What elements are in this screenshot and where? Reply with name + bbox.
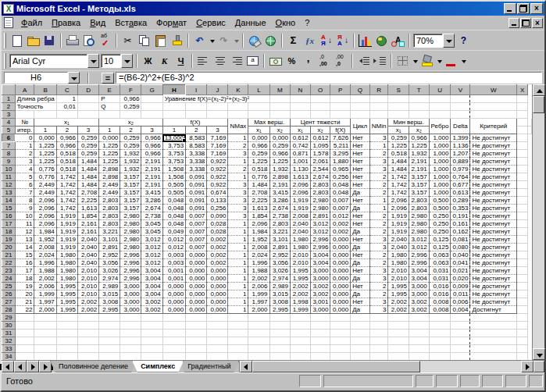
- cell[interactable]: 0,001: [162, 275, 185, 283]
- cell[interactable]: 0,007: [186, 220, 207, 228]
- cell[interactable]: [369, 95, 388, 103]
- cell[interactable]: 3,004: [409, 267, 429, 275]
- cell[interactable]: [248, 330, 269, 337]
- cell[interactable]: Не достигнут: [470, 205, 517, 212]
- cell[interactable]: 2,996: [409, 251, 429, 259]
- cell[interactable]: 2,002: [34, 275, 56, 283]
- row-header-24[interactable]: 24: [2, 275, 16, 283]
- cell[interactable]: Нет: [351, 298, 370, 306]
- cell[interactable]: 2,803: [310, 181, 330, 189]
- cell[interactable]: 2,006: [248, 283, 269, 290]
- cell[interactable]: 1,000: [429, 166, 451, 173]
- column-header-L[interactable]: L: [248, 85, 269, 95]
- cell[interactable]: 0,000: [330, 259, 351, 267]
- cell[interactable]: 3: [369, 298, 388, 306]
- cell[interactable]: [429, 345, 451, 353]
- cell[interactable]: 0,125: [429, 244, 451, 251]
- align-right-button[interactable]: [228, 53, 244, 69]
- cell[interactable]: Не достигнут: [470, 212, 517, 220]
- cell[interactable]: 0,000: [207, 283, 228, 290]
- cell[interactable]: 2: [369, 251, 388, 259]
- row-header-12[interactable]: 12: [2, 181, 16, 189]
- cell[interactable]: [99, 322, 120, 330]
- cell[interactable]: 1,995: [388, 290, 409, 298]
- cell[interactable]: 8,583: [186, 134, 207, 142]
- cell[interactable]: 1,995: [56, 298, 77, 306]
- column-header-O[interactable]: O: [310, 85, 330, 95]
- cell[interactable]: 1,000: [429, 173, 451, 181]
- header-cell[interactable]: NMin: [369, 119, 388, 134]
- cell[interactable]: [517, 275, 528, 283]
- cell[interactable]: 0,041: [451, 259, 470, 267]
- cell[interactable]: 2,989: [99, 283, 120, 290]
- cell[interactable]: 8,583: [186, 142, 207, 150]
- column-header-W[interactable]: W: [470, 85, 517, 95]
- cell[interactable]: 3: [369, 158, 388, 166]
- cell[interactable]: [141, 111, 162, 119]
- row-header-32[interactable]: 32: [2, 337, 16, 345]
- row-header-26[interactable]: 26: [2, 290, 16, 298]
- cell[interactable]: 3,000: [310, 275, 330, 283]
- cell[interactable]: [34, 314, 56, 322]
- cell[interactable]: 15: [15, 251, 34, 259]
- workbook-icon[interactable]: [4, 17, 13, 28]
- cell[interactable]: 3,012: [141, 251, 162, 259]
- cell[interactable]: 2,010: [290, 251, 310, 259]
- row-header-6[interactable]: 6: [2, 134, 16, 142]
- cell[interactable]: [517, 127, 528, 134]
- cell[interactable]: [120, 330, 141, 337]
- cell[interactable]: 1,995: [56, 290, 77, 298]
- cell[interactable]: 3: [369, 306, 388, 314]
- cell[interactable]: 1,742: [388, 173, 409, 181]
- cell[interactable]: 5: [15, 173, 34, 181]
- header-cell[interactable]: Цикл: [351, 119, 370, 134]
- cell[interactable]: 0,259: [77, 142, 98, 150]
- cell[interactable]: [207, 345, 228, 353]
- column-header-A[interactable]: A: [15, 85, 34, 95]
- cell[interactable]: [388, 353, 409, 361]
- cell[interactable]: 1,000: [429, 150, 451, 158]
- cell[interactable]: [141, 103, 162, 111]
- cell[interactable]: [330, 314, 351, 322]
- cell[interactable]: 2,040: [388, 244, 409, 251]
- cell[interactable]: 1,932: [120, 150, 141, 158]
- cell[interactable]: 0,256: [330, 173, 351, 181]
- cell[interactable]: 1,225: [388, 142, 409, 150]
- cell[interactable]: 3,012: [409, 244, 429, 251]
- cell[interactable]: [517, 306, 528, 314]
- cell[interactable]: [351, 95, 370, 103]
- cell[interactable]: 2,225: [77, 197, 98, 205]
- cell[interactable]: 2,803: [310, 189, 330, 197]
- cell[interactable]: 1,225: [34, 142, 56, 150]
- cell[interactable]: 3: [369, 166, 388, 173]
- cell[interactable]: 1,988: [34, 267, 56, 275]
- cell[interactable]: [162, 111, 185, 119]
- spelling-button[interactable]: ✓: [97, 33, 113, 48]
- header-cell[interactable]: NMax: [228, 119, 248, 134]
- cell[interactable]: [34, 111, 56, 119]
- cell[interactable]: 0,000: [186, 306, 207, 314]
- row-header-4[interactable]: 4: [2, 119, 16, 127]
- cell[interactable]: 1,000: [429, 189, 451, 197]
- cell[interactable]: 2,010: [77, 267, 98, 275]
- cell[interactable]: Не достигнут: [470, 290, 517, 298]
- cell[interactable]: [351, 103, 370, 111]
- name-box[interactable]: H6: [4, 72, 80, 84]
- cell[interactable]: 0,063: [429, 251, 451, 259]
- cell[interactable]: 0,091: [186, 181, 207, 189]
- cell[interactable]: [248, 345, 269, 353]
- cell[interactable]: 2,024: [248, 251, 269, 259]
- cell[interactable]: 0,048: [162, 212, 185, 220]
- cell[interactable]: [310, 330, 330, 337]
- cell[interactable]: Да: [351, 228, 370, 236]
- cell[interactable]: 2,191: [141, 173, 162, 181]
- cell[interactable]: [77, 111, 98, 119]
- header-cell[interactable]: Цент тяжести: [290, 119, 350, 127]
- menu-Вид[interactable]: Вид: [85, 16, 110, 29]
- cell[interactable]: 3,002: [409, 306, 429, 314]
- cell[interactable]: 2: [369, 290, 388, 298]
- cell[interactable]: [77, 345, 98, 353]
- cell[interactable]: 1,919: [290, 197, 310, 205]
- cell[interactable]: [388, 345, 409, 353]
- cell[interactable]: 0,000: [207, 290, 228, 298]
